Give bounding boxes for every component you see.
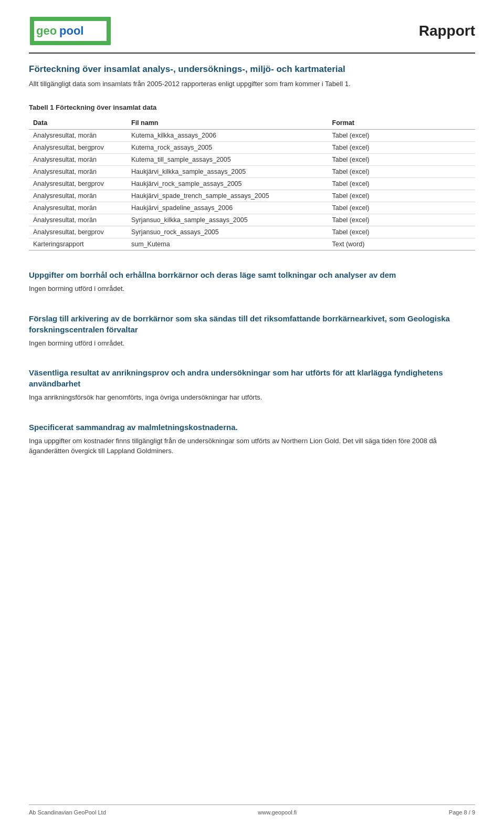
table-cell-data: Analysresultat, bergprov xyxy=(29,142,127,154)
section-heading-väsentliga: Väsentliga resultat av anrikningsprov oc… xyxy=(29,367,475,389)
svg-text:pool: pool xyxy=(59,24,83,37)
table-cell-filename: Syrjansuo_kilkka_sample_assays_2005 xyxy=(127,214,328,226)
table-cell-format: Tabel (excel) xyxy=(328,178,476,190)
svg-rect-0 xyxy=(30,17,34,45)
table-cell-format: Text (word) xyxy=(328,238,476,250)
table-row: Analysresultat, bergprovKutema_rock_assa… xyxy=(29,142,475,154)
footer: Ab Scandinavian GeoPool Ltd www.geopool.… xyxy=(29,804,475,815)
table-cell-data: Analysresultat, morän xyxy=(29,190,127,202)
svg-rect-3 xyxy=(107,17,111,45)
table-row: Analysresultat, moränHaukjärvi_kilkka_sa… xyxy=(29,166,475,178)
table-cell-filename: sum_Kutema xyxy=(127,238,328,250)
table-cell-filename: Kutema_kilkka_assays_2006 xyxy=(127,130,328,142)
table-cell-filename: Kutema_rock_assays_2005 xyxy=(127,142,328,154)
table-row: Analysresultat, moränHaukjärvi_spadeline… xyxy=(29,202,475,214)
table-row: Analysresultat, bergprovSyrjansuo_rock_a… xyxy=(29,226,475,238)
table-row: Analysresultat, moränKutema_kilkka_assay… xyxy=(29,130,475,142)
table-section-heading: Tabell 1 Förteckning över insamlat data xyxy=(29,103,475,111)
section-body-borrhål: Ingen borrning utförd i området. xyxy=(29,284,475,294)
section-heading-borrhål: Uppgifter om borrhål och erhållna borrkä… xyxy=(29,269,475,280)
section-sammandrag: Specificerat sammandrag av malmletningsk… xyxy=(29,422,475,456)
svg-text:geo: geo xyxy=(36,24,57,37)
table-cell-format: Tabel (excel) xyxy=(328,142,476,154)
col-header-format: Format xyxy=(328,117,476,130)
table-row: Analysresultat, moränKutema_till_sample_… xyxy=(29,154,475,166)
data-table: Data Fil namn Format Analysresultat, mor… xyxy=(29,117,475,250)
table-row: Analysresultat, moränHaukjärvi_spade_tre… xyxy=(29,190,475,202)
table-cell-filename: Kutema_till_sample_assays_2005 xyxy=(127,154,328,166)
table-cell-data: Analysresultat, bergprov xyxy=(29,178,127,190)
table-cell-data: Analysresultat, morän xyxy=(29,202,127,214)
footer-page: Page 8 / 9 xyxy=(449,809,475,815)
section-body-väsentliga: Inga anrikningsförsök har genomförts, in… xyxy=(29,392,475,403)
table-cell-data: Analysresultat, bergprov xyxy=(29,226,127,238)
logo-svg: geo pool xyxy=(29,16,113,46)
table-cell-filename: Haukjärvi_spade_trench_sample_assays_200… xyxy=(127,190,328,202)
sections-container: Uppgifter om borrhål och erhållna borrkä… xyxy=(29,269,475,456)
table-cell-format: Tabel (excel) xyxy=(328,226,476,238)
table-cell-format: Tabel (excel) xyxy=(328,190,476,202)
header: geo pool Rapport xyxy=(29,16,475,54)
table-cell-data: Analysresultat, morän xyxy=(29,166,127,178)
table-row: Analysresultat, bergprovHaukjärvi_rock_s… xyxy=(29,178,475,190)
logo-area: geo pool xyxy=(29,16,113,46)
table-cell-filename: Syrjansuo_rock_assays_2005 xyxy=(127,226,328,238)
table-cell-format: Tabel (excel) xyxy=(328,154,476,166)
section-heading-arkivering: Förslag till arkivering av de borrkärnor… xyxy=(29,313,475,335)
rapport-title: Rapport xyxy=(419,23,475,39)
col-header-data: Data xyxy=(29,117,127,130)
table-cell-format: Tabel (excel) xyxy=(328,130,476,142)
section-body-sammandrag: Inga uppgifter om kostnader finns tillgä… xyxy=(29,436,475,456)
table-cell-data: Karteringsrapport xyxy=(29,238,127,250)
section-borrhål: Uppgifter om borrhål och erhållna borrkä… xyxy=(29,269,475,294)
section-väsentliga: Väsentliga resultat av anrikningsprov oc… xyxy=(29,367,475,403)
svg-rect-4 xyxy=(30,17,111,21)
table-header-row: Data Fil namn Format xyxy=(29,117,475,130)
section-arkivering: Förslag till arkivering av de borrkärnor… xyxy=(29,313,475,349)
footer-website: www.geopool.fi xyxy=(258,809,297,815)
table-row: Karteringsrapportsum_KutemaText (word) xyxy=(29,238,475,250)
section-body-arkivering: Ingen borrning utförd i området. xyxy=(29,338,475,349)
table-cell-data: Analysresultat, morän xyxy=(29,154,127,166)
table-cell-filename: Haukjärvi_rock_sample_assays_2005 xyxy=(127,178,328,190)
table-cell-format: Tabel (excel) xyxy=(328,214,476,226)
table-row: Analysresultat, moränSyrjansuo_kilkka_sa… xyxy=(29,214,475,226)
table-body: Analysresultat, moränKutema_kilkka_assay… xyxy=(29,130,475,250)
col-header-filename: Fil namn xyxy=(127,117,328,130)
footer-company: Ab Scandinavian GeoPool Ltd xyxy=(29,809,106,815)
main-heading: Förteckning över insamlat analys-, under… xyxy=(29,63,475,76)
table-cell-filename: Haukjärvi_kilkka_sample_assays_2005 xyxy=(127,166,328,178)
table-cell-format: Tabel (excel) xyxy=(328,166,476,178)
main-subtext: Allt tillgängligt data som insamlats frå… xyxy=(29,79,475,89)
table-cell-format: Tabel (excel) xyxy=(328,202,476,214)
section-heading-sammandrag: Specificerat sammandrag av malmletningsk… xyxy=(29,422,475,433)
table-cell-filename: Haukjärvi_spadeline_assays_2006 xyxy=(127,202,328,214)
page-container: geo pool Rapport Förteckning över insaml… xyxy=(0,0,504,517)
table-cell-data: Analysresultat, morän xyxy=(29,214,127,226)
svg-rect-5 xyxy=(30,41,111,45)
table-cell-data: Analysresultat, morän xyxy=(29,130,127,142)
